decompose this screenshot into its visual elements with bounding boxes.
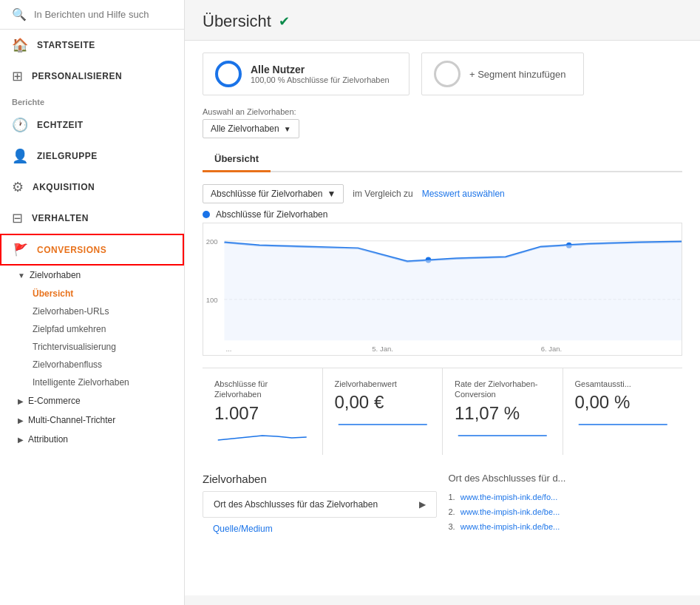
sidebar-item-echtzeit[interactable]: 🕐 ECHTZEIT — [0, 109, 184, 141]
ort-link-1[interactable]: www.the-impish-ink.de/fo... — [461, 493, 557, 501]
stat-value-rate: 11,07 % — [455, 403, 551, 424]
sidebar-item-akquisition[interactable]: ⚙ AKQUISITION — [0, 172, 184, 203]
main-content: Übersicht ✔ Alle Nutzer 100,00 % Abschlü… — [185, 0, 700, 605]
bottom-section: Zielvorhaben Ort des Abschlusses für das… — [203, 473, 682, 538]
ziel-dropdown-arrow-icon: ▼ — [284, 125, 291, 133]
stat-sparkline-gesamtaussti — [575, 416, 671, 433]
bottom-right: Ort des Abschlusses für d... 1. www.the-… — [449, 473, 683, 538]
berichte-section-label: Berichte — [0, 92, 184, 109]
sub-item-zielvorhaben-urls[interactable]: Zielvorhaben-URLs — [12, 302, 184, 320]
zielvorhaben-header[interactable]: ▼ Zielvorhaben — [12, 266, 184, 285]
legend-dot — [203, 211, 210, 218]
ort-link-3[interactable]: www.the-impish-ink.de/be... — [461, 522, 560, 531]
personalisieren-label: PERSONALISIEREN — [32, 71, 122, 81]
quelle-medium-label: Quelle/Medium — [213, 524, 273, 534]
stat-label-abschluesse: Abschlüsse für Zielvorhaben — [214, 379, 310, 400]
sub-item-trichter[interactable]: Trichtervisualisierung — [12, 338, 184, 356]
content-area: Alle Nutzer 100,00 % Abschlüsse für Ziel… — [185, 41, 700, 595]
sidebar-search[interactable]: 🔍 — [0, 0, 184, 30]
sub-item-uebersicht[interactable]: Übersicht — [12, 285, 184, 302]
chart-svg: 200 100 ... 5. Jan. 6. Jan. — [203, 223, 682, 355]
chart-container: 200 100 ... 5. Jan. 6. Jan. — [203, 223, 682, 356]
page-title: Übersicht — [203, 12, 271, 31]
svg-text:5. Jan.: 5. Jan. — [372, 345, 393, 353]
ecommerce-section-label: E-Commerce — [28, 396, 81, 406]
sidebar: 🔍 🏠 STARTSEITE ⊞ PERSONALISIEREN Bericht… — [0, 0, 185, 605]
multichannel-header[interactable]: ▶ Multi-Channel-Trichter — [12, 410, 184, 430]
svg-text:100: 100 — [206, 296, 218, 304]
verhalten-label: VERHALTEN — [32, 213, 89, 223]
ziel-row-arrow-icon: ▶ — [419, 499, 426, 510]
echtzeit-icon: 🕐 — [12, 117, 28, 133]
segment-sub: 100,00 % Abschlüsse für Zielvorhaben — [251, 75, 390, 84]
home-icon: 🏠 — [12, 37, 28, 53]
ort-section-title: Ort des Abschlusses für d... — [449, 473, 683, 484]
sidebar-item-conversions[interactable]: 🚩 CONVERSIONS — [0, 234, 184, 266]
add-segment-card[interactable]: + Segment hinzufügen — [421, 53, 584, 95]
svg-text:...: ... — [225, 345, 231, 353]
zielvorhaben-section: ▼ Zielvorhaben Übersicht Zielvorhaben-UR… — [0, 266, 184, 391]
tabs: Übersicht — [203, 147, 682, 172]
quelle-medium-link[interactable]: Quelle/Medium — [203, 519, 437, 538]
tab-uebersicht[interactable]: Übersicht — [203, 147, 271, 172]
stat-sparkline-rate — [455, 427, 551, 445]
segment-info: Alle Nutzer 100,00 % Abschlüsse für Ziel… — [251, 64, 390, 84]
bottom-left: Zielvorhaben Ort des Abschlusses für das… — [203, 473, 449, 538]
stat-label-rate: Rate der Zielvorhaben-Conversion — [455, 379, 551, 400]
svg-text:200: 200 — [206, 237, 218, 246]
chart-controls: Abschlüsse für Zielvorhaben ▼ im Verglei… — [203, 184, 682, 203]
stat-card-abschluesse: Abschlüsse für Zielvorhaben 1.007 — [203, 368, 323, 455]
ort-num-1: 1. — [449, 493, 455, 501]
attribution-section: ▶ Attribution — [0, 430, 184, 449]
stats-row: Abschlüsse für Zielvorhaben 1.007 Zielvo… — [203, 368, 682, 455]
stat-value-abschluesse: 1.007 — [214, 403, 310, 424]
segment-card-alle-nutzer[interactable]: Alle Nutzer 100,00 % Abschlüsse für Ziel… — [203, 53, 410, 95]
expand-arrow-ecommerce-icon: ▶ — [18, 397, 24, 405]
zielgruppe-icon: 👤 — [12, 148, 28, 164]
ziel-table-row-0[interactable]: Ort des Abschlusses für das Zielvorhaben… — [203, 491, 437, 518]
ort-item-2: 2. www.the-impish-ink.de/be... — [449, 504, 683, 519]
legend-label: Abschlüsse für Zielvorhaben — [216, 209, 327, 220]
expand-arrow-attribution-icon: ▶ — [18, 436, 24, 444]
ziel-row-label: Ort des Abschlusses für das Zielvorhaben — [214, 499, 378, 510]
ort-item-1: 1. www.the-impish-ink.de/fo... — [449, 490, 683, 504]
akquisition-label: AKQUISITION — [33, 182, 95, 192]
add-segment-circle — [434, 61, 461, 87]
echtzeit-label: ECHTZEIT — [37, 120, 84, 130]
ziel-selector: Auswahl an Zielvorhaben: Alle Zielvorhab… — [203, 107, 682, 138]
expand-arrow-multichannel-icon: ▶ — [18, 416, 24, 425]
personalisieren-icon: ⊞ — [12, 68, 23, 84]
segment-name: Alle Nutzer — [251, 64, 390, 75]
startseite-label: STARTSEITE — [37, 40, 95, 50]
metric-dropdown[interactable]: Abschlüsse für Zielvorhaben ▼ — [203, 184, 344, 203]
ecommerce-header[interactable]: ▶ E-Commerce — [12, 391, 184, 410]
segment-circle — [215, 61, 242, 87]
sidebar-item-personalisieren[interactable]: ⊞ PERSONALISIEREN — [0, 61, 184, 92]
stat-card-gesamtaussti: Gesamtaussti... 0,00 % — [563, 368, 683, 455]
search-input[interactable] — [34, 9, 172, 20]
ziel-dropdown[interactable]: Alle Zielvorhaben ▼ — [203, 119, 299, 138]
compare-label: im Vergleich zu — [353, 189, 412, 199]
sidebar-item-startseite[interactable]: 🏠 STARTSEITE — [0, 30, 184, 61]
sidebar-item-zielgruppe[interactable]: 👤 ZIELGRUPPE — [0, 141, 184, 172]
metric-dropdown-arrow-icon: ▼ — [327, 189, 336, 199]
attribution-header[interactable]: ▶ Attribution — [12, 430, 184, 449]
ort-link-2[interactable]: www.the-impish-ink.de/be... — [461, 507, 560, 516]
ziel-section-title: Zielvorhaben — [203, 473, 437, 485]
zielvorhaben-section-label: Zielvorhaben — [30, 270, 81, 280]
stat-card-wert: Zielvorhabenwert 0,00 € — [323, 368, 444, 455]
expand-arrow-icon: ▼ — [18, 271, 25, 280]
conversions-icon: 🚩 — [13, 243, 28, 257]
messwert-link[interactable]: Messwert auswählen — [422, 189, 505, 199]
add-segment-label: + Segment hinzufügen — [469, 69, 565, 80]
sub-item-zielvorhabenfluss[interactable]: Zielvorhabenfluss — [12, 356, 184, 374]
stat-sparkline-wert — [335, 416, 431, 433]
sidebar-item-verhalten[interactable]: ⊟ VERHALTEN — [0, 203, 184, 234]
zielgruppe-label: ZIELGRUPPE — [37, 151, 98, 161]
stat-label-wert: Zielvorhabenwert — [335, 379, 431, 389]
sub-item-zielpfad[interactable]: Zielpfad umkehren — [12, 320, 184, 338]
sub-item-intelligente[interactable]: Intelligente Zielvorhaben — [12, 374, 184, 391]
ort-num-2: 2. — [449, 507, 455, 516]
multichannel-section-label: Multi-Channel-Trichter — [28, 415, 115, 425]
chart-legend: Abschlüsse für Zielvorhaben — [203, 209, 682, 220]
